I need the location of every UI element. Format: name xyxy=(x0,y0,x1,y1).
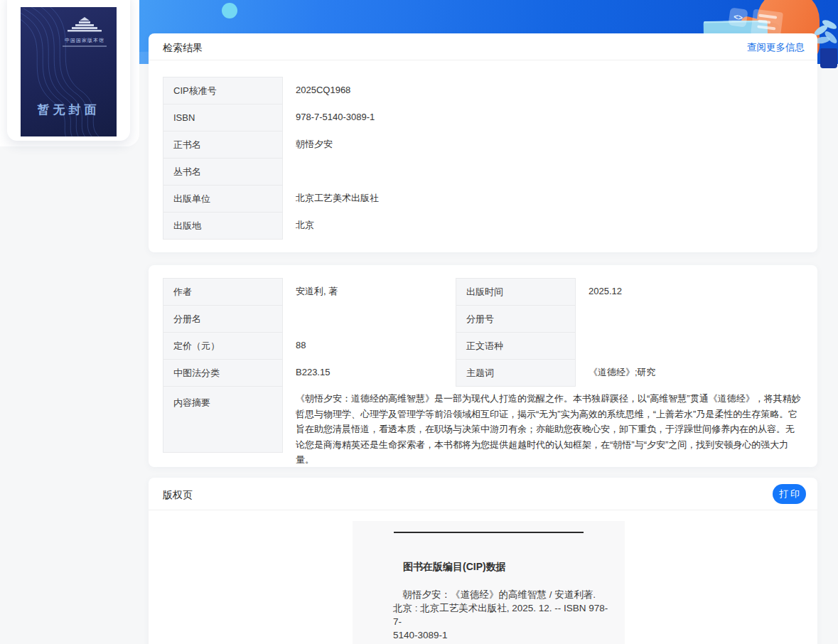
row-value xyxy=(283,158,803,186)
page: <> xyxy=(0,0,838,644)
row-value: 安道利, 著 xyxy=(283,278,456,306)
detail-tables: 作者 安道利, 著 分册名 定价（元） 88 中图法分类 B223.15 xyxy=(163,278,803,387)
summary-label: 内容摘要 xyxy=(163,386,283,453)
print-button[interactable]: 打印 xyxy=(773,484,806,504)
detail-card: 作者 安道利, 著 分册名 定价（元） 88 中图法分类 B223.15 xyxy=(149,265,817,467)
row-label: 中图法分类 xyxy=(163,359,283,387)
table-row: CIP核准号 2025CQ1968 xyxy=(163,77,803,104)
table-row: 分册号 xyxy=(456,305,803,333)
book-cover: 中国国家版本馆 暂无封面 xyxy=(21,7,117,136)
row-label: 丛书名 xyxy=(163,158,283,186)
search-result-card: 检索结果 查阅更多信息 CIP核准号 2025CQ1968 ISBN 978-7… xyxy=(149,33,817,252)
row-value: 2025CQ1968 xyxy=(283,77,803,104)
row-label: 出版时间 xyxy=(456,278,576,306)
table-row: 出版时间 2025.12 xyxy=(456,278,803,306)
row-value: B223.15 xyxy=(283,359,456,387)
table-row: 正书名 朝悟夕安 xyxy=(163,131,803,159)
table-row: 正文语种 xyxy=(456,332,803,360)
row-label: 出版地 xyxy=(163,212,283,240)
table-row: 主题词 《道德经》;研究 xyxy=(456,359,803,387)
cip-line: 朝悟夕安：《道德经》的高维智慧 / 安道利著. xyxy=(393,588,612,601)
row-value: 朝悟夕安 xyxy=(283,131,803,159)
cip-body: 朝悟夕安：《道德经》的高维智慧 / 安道利著. 北京 : 北京工艺美术出版社, … xyxy=(393,588,612,644)
cip-divider-line xyxy=(394,532,584,533)
view-more-link[interactable]: 查阅更多信息 xyxy=(747,33,805,62)
row-value xyxy=(576,305,803,333)
row-value: 88 xyxy=(283,332,456,360)
cip-heading: 图书在版编目(CIP)数据 xyxy=(403,561,611,574)
table-row: ISBN 978-7-5140-3089-1 xyxy=(163,104,803,132)
table-row: 出版单位 北京工艺美术出版社 xyxy=(163,185,803,213)
cip-line: 北京 : 北京工艺美术出版社, 2025. 12. -- ISBN 978-7- xyxy=(393,601,612,628)
table-row: 中图法分类 B223.15 xyxy=(163,359,456,387)
row-value: 2025.12 xyxy=(576,278,803,306)
copyright-header: 版权页 打印 xyxy=(149,478,817,510)
detail-table-left: 作者 安道利, 著 分册名 定价（元） 88 中图法分类 B223.15 xyxy=(163,278,456,387)
no-cover-label: 暂无封面 xyxy=(21,102,117,118)
table-row: 分册名 xyxy=(163,305,456,333)
row-value xyxy=(283,305,456,333)
row-value: 《道德经》;研究 xyxy=(576,359,803,387)
summary-value: 《朝悟夕安：道德经的高维智慧》是一部为现代人打造的觉醒之作。本书独辟蹊径，以“高… xyxy=(283,386,803,468)
plant-icon xyxy=(816,20,838,68)
row-label: 出版单位 xyxy=(163,185,283,213)
cip-line: 5140-3089-1 xyxy=(393,628,612,642)
copyright-title: 版权页 xyxy=(163,489,193,500)
row-label: 正文语种 xyxy=(456,332,576,360)
library-logo: 中国国家版本馆 xyxy=(58,17,111,47)
row-label: 定价（元） xyxy=(163,332,283,360)
row-value: 北京工艺美术出版社 xyxy=(283,185,803,213)
detail-table-right: 出版时间 2025.12 分册号 正文语种 主题词 《道德经》;研究 xyxy=(456,278,803,387)
row-label: CIP核准号 xyxy=(163,77,283,104)
table-row: 丛书名 xyxy=(163,158,803,186)
search-result-title: 检索结果 xyxy=(163,42,203,53)
table-row: 作者 安道利, 著 xyxy=(163,278,456,306)
row-value xyxy=(576,332,803,360)
row-label: 主题词 xyxy=(456,359,576,387)
library-logo-title: 中国国家版本馆 xyxy=(58,37,111,44)
table-row: 出版地 北京 xyxy=(163,212,803,240)
basic-info-table: CIP核准号 2025CQ1968 ISBN 978-7-5140-3089-1… xyxy=(163,77,803,240)
row-label: 作者 xyxy=(163,278,283,306)
row-label: 正书名 xyxy=(163,131,283,159)
row-value: 978-7-5140-3089-1 xyxy=(283,104,803,132)
summary-row: 内容摘要 《朝悟夕安：道德经的高维智慧》是一部为现代人打造的觉醒之作。本书独辟蹊… xyxy=(163,386,803,468)
table-row: 定价（元） 88 xyxy=(163,332,456,360)
row-value: 北京 xyxy=(283,212,803,240)
row-label: 分册号 xyxy=(456,305,576,333)
book-cover-card: 中国国家版本馆 暂无封面 xyxy=(7,0,130,141)
search-result-header: 检索结果 查阅更多信息 xyxy=(149,33,817,60)
cip-page-panel: 图书在版编目(CIP)数据 朝悟夕安：《道德经》的高维智慧 / 安道利著. 北京… xyxy=(353,521,625,644)
library-building-icon xyxy=(64,17,105,33)
row-label: 分册名 xyxy=(163,305,283,333)
library-logo-subline xyxy=(63,45,107,47)
code-icon: <> xyxy=(728,7,748,27)
row-label: ISBN xyxy=(163,104,283,132)
decor-dot xyxy=(222,3,237,18)
copyright-card: 版权页 打印 图书在版编目(CIP)数据 朝悟夕安：《道德经》的高维智慧 / 安… xyxy=(149,478,817,644)
